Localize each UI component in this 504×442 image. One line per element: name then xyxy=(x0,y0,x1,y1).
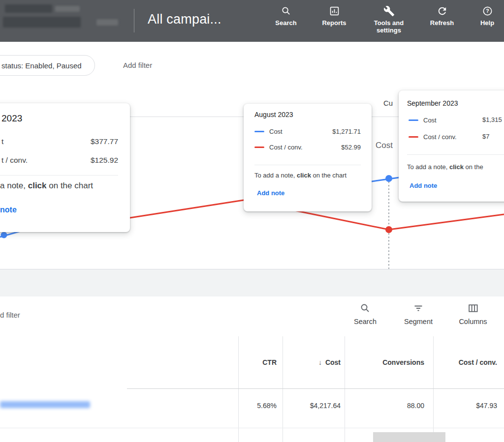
note-text-bold: click xyxy=(297,172,311,179)
note-text: To add a note, xyxy=(254,172,297,179)
column-divider xyxy=(238,336,239,442)
cost-point[interactable] xyxy=(1,232,7,238)
table-search-button[interactable]: Search xyxy=(354,302,377,325)
redacted-campaign-name-link[interactable] xyxy=(0,401,90,408)
nav-label: Reports xyxy=(322,19,346,27)
action-label: Search xyxy=(354,318,377,325)
tooltip-metric-value: $377.77 xyxy=(91,137,118,146)
redacted-account-name xyxy=(3,17,81,28)
nav-label: Search xyxy=(275,19,296,27)
chart-tooltip-september: September 2023 Cost $1,315 Cost / conv. … xyxy=(399,90,504,202)
svg-text:?: ? xyxy=(486,8,489,14)
note-text: a note, xyxy=(0,181,28,190)
column-header-cost-per-conv[interactable]: Cost / conv. xyxy=(433,358,497,367)
cost-per-conv-legend-dash xyxy=(409,136,418,138)
nav-tools-and-settings[interactable]: Tools and settings xyxy=(365,5,412,34)
tooltip-metric-value: $1,315 xyxy=(482,116,502,123)
note-text: on the chart xyxy=(311,172,346,179)
nav-label: Tools and settings xyxy=(365,19,412,34)
date-range-selector[interactable]: Cu xyxy=(383,99,393,107)
divider xyxy=(134,9,134,32)
column-header-cost[interactable]: ↓Cost xyxy=(283,358,341,367)
add-filter-button[interactable]: Add filter xyxy=(123,61,152,69)
table-header-border xyxy=(127,388,504,389)
table-add-filter-button[interactable]: d filter xyxy=(0,311,20,319)
tooltip-metric-value: $7 xyxy=(482,133,489,140)
status-filter-label: status: Enabled, Paused xyxy=(1,61,82,70)
column-header-ctr[interactable]: CTR xyxy=(238,358,277,367)
tooltip-metric-label: Cost xyxy=(269,128,283,135)
add-note-link[interactable]: Add note xyxy=(257,189,284,197)
cell-conversions: 88.00 xyxy=(345,402,424,410)
tooltip-metric-label: Cost / conv. xyxy=(269,144,303,151)
column-header-conversions[interactable]: Conversions xyxy=(345,358,424,367)
tooltip-note-hint: To add a note, click on the chart xyxy=(254,172,346,179)
chart-footer-band xyxy=(0,269,504,296)
cost-per-conv-legend-dash xyxy=(254,147,264,148)
refresh-icon xyxy=(437,5,448,17)
note-text-bold: click xyxy=(449,163,464,171)
nav-label: Refresh xyxy=(430,19,454,27)
tooltip-month: 2023 xyxy=(1,113,22,124)
table-row-border xyxy=(0,428,504,428)
redacted-account-id xyxy=(96,19,118,26)
tooltip-metric-label: Cost xyxy=(423,117,437,124)
note-text: To add a note, xyxy=(407,163,449,171)
column-header-label: Cost xyxy=(325,358,341,366)
tooltip-metric-label: t xyxy=(1,137,3,146)
tools-icon xyxy=(383,5,395,17)
page-title: All campai... xyxy=(148,12,221,27)
tooltip-metric-value: $125.92 xyxy=(91,156,118,165)
note-text: on the xyxy=(464,163,483,171)
tooltip-metric-value: $1,271.71 xyxy=(332,128,361,135)
redacted-breadcrumb xyxy=(5,4,52,13)
tooltip-metric-label: Cost / conv. xyxy=(423,133,457,141)
cell-cost-per-conv: $47.93 xyxy=(433,402,497,410)
cell-ctr: 5.68% xyxy=(238,402,277,410)
cost-point-september[interactable] xyxy=(385,175,392,182)
tooltip-note-hint: a note, click on the chart xyxy=(0,181,93,191)
tooltip-metric-label: t / conv. xyxy=(1,156,28,165)
divider xyxy=(254,165,361,165)
tooltip-metric-value: $52.99 xyxy=(341,144,361,151)
cost-legend-dash xyxy=(409,119,418,121)
reports-icon xyxy=(329,5,340,17)
cost-per-conv-point-september[interactable] xyxy=(385,226,392,233)
nav-label: Help xyxy=(480,19,494,27)
chart-metric-selector[interactable]: Cost xyxy=(376,141,393,150)
status-filter-chip[interactable]: status: Enabled, Paused xyxy=(0,55,95,76)
search-icon xyxy=(359,302,371,314)
action-label: Segment xyxy=(404,318,433,325)
chart-tooltip-left: 2023 t $377.77 t / conv. $125.92 a note,… xyxy=(0,103,130,232)
note-text: on the chart xyxy=(47,181,94,190)
help-icon: ? xyxy=(482,5,493,17)
cell-cost: $4,217.64 xyxy=(283,402,341,410)
redacted-table-cell xyxy=(373,432,445,442)
cost-legend-dash xyxy=(254,131,264,132)
table-columns-button[interactable]: Columns xyxy=(459,302,487,325)
segment-icon xyxy=(412,302,424,314)
nav-reports[interactable]: Reports xyxy=(311,5,358,27)
columns-icon xyxy=(467,302,479,314)
nav-search[interactable]: Search xyxy=(262,5,310,27)
note-text-bold: click xyxy=(28,181,47,190)
column-divider xyxy=(283,336,283,442)
chart-tooltip-august: August 2023 Cost $1,271.71 Cost / conv. … xyxy=(244,104,372,211)
table-segment-button[interactable]: Segment xyxy=(404,302,433,325)
tooltip-note-hint: To add a note, click on the xyxy=(407,163,483,171)
tooltip-month: September 2023 xyxy=(407,99,458,107)
divider xyxy=(0,175,118,176)
nav-help[interactable]: ? Help xyxy=(464,5,504,27)
sort-descending-icon: ↓ xyxy=(318,358,322,366)
top-navigation-bar: All campai... Search Reports Tools and s… xyxy=(0,0,504,42)
search-icon xyxy=(281,5,292,17)
add-note-link[interactable]: Add note xyxy=(410,182,437,189)
add-note-link[interactable]: note xyxy=(0,206,17,214)
nav-refresh[interactable]: Refresh xyxy=(418,5,466,27)
action-label: Columns xyxy=(459,318,487,325)
divider xyxy=(407,154,504,155)
column-divider xyxy=(433,336,434,442)
redacted-breadcrumb xyxy=(55,6,80,12)
google-ads-screen: All campai... Search Reports Tools and s… xyxy=(0,0,504,442)
tooltip-month: August 2023 xyxy=(254,111,293,118)
